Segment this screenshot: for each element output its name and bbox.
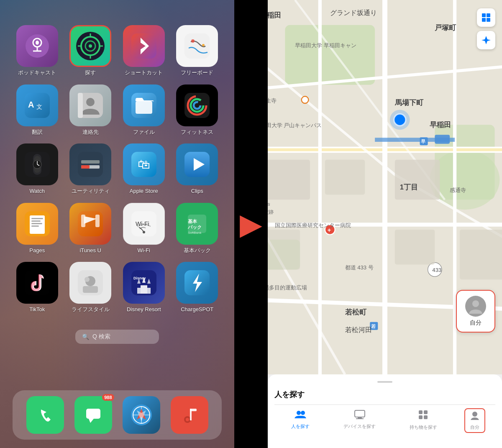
svg-rect-154 — [355, 410, 365, 417]
app-shortcuts[interactable]: ショートカット — [119, 25, 169, 76]
svg-text:馬場下町: 馬場下町 — [394, 99, 424, 107]
app-label-disney: Disney Resort — [127, 306, 161, 313]
search-bar[interactable]: 🔍 Q 検索 — [75, 330, 159, 344]
app-contacts[interactable]: 連絡先 — [66, 84, 115, 136]
svg-rect-157 — [419, 410, 423, 414]
svg-rect-146 — [482, 13, 486, 17]
svg-rect-116 — [268, 230, 300, 269]
svg-rect-25 — [136, 101, 152, 114]
svg-point-17 — [202, 44, 205, 46]
app-files[interactable]: ファイル — [119, 84, 169, 136]
svg-text:グランド坂通り: グランド坂通り — [330, 9, 377, 16]
app-grid: ポッドキャスト 探す — [13, 25, 222, 313]
messages-badge: 988 — [102, 394, 114, 401]
app-kihon[interactable]: 基本 パック SoftBank 基本パック — [173, 203, 222, 254]
map-type-button[interactable] — [477, 8, 495, 27]
svg-text:文: 文 — [36, 103, 42, 110]
tab-items-icon — [418, 410, 428, 422]
tab-items[interactable]: 持ち物を探す — [403, 408, 444, 433]
svg-rect-39 — [81, 165, 90, 169]
self-card[interactable]: 自分 — [456, 290, 495, 333]
tab-devices-label: デバイスを探す — [343, 423, 376, 430]
svg-point-8 — [89, 44, 92, 48]
dock-phone[interactable] — [26, 396, 64, 434]
app-chargespot[interactable]: ChargeSPOT — [173, 262, 222, 313]
app-watch[interactable]: Watch — [13, 143, 62, 195]
app-itunes[interactable]: iTunes U — [66, 203, 115, 254]
svg-rect-114 — [325, 160, 365, 195]
app-label-pages: Pages — [29, 247, 45, 254]
svg-text:🛍: 🛍 — [138, 157, 150, 171]
svg-rect-110 — [435, 135, 450, 143]
app-lifestyle[interactable]: ライフスタイル — [66, 262, 115, 313]
svg-rect-46 — [31, 218, 43, 219]
svg-rect-70 — [137, 288, 141, 294]
app-label-utility: ユーティリティ — [72, 188, 110, 195]
self-card-label: 自分 — [470, 319, 482, 327]
svg-rect-52 — [81, 215, 85, 227]
svg-text:433: 433 — [432, 267, 441, 273]
svg-point-0 — [26, 34, 49, 58]
app-freeform[interactable]: フリーボード — [173, 25, 222, 76]
svg-rect-147 — [487, 13, 490, 17]
app-label-itunes: iTunes U — [79, 247, 101, 254]
svg-rect-91 — [190, 409, 197, 411]
map-area[interactable]: 433 + 早 若 — [268, 0, 502, 374]
arrow-icon: ▶ — [240, 210, 262, 239]
iphone-home-screen: ポッドキャスト 探す — [0, 0, 234, 448]
svg-rect-79 — [86, 409, 100, 419]
svg-point-89 — [186, 418, 189, 421]
svg-rect-77 — [35, 404, 56, 425]
app-fitness[interactable]: フィットネス — [173, 84, 222, 136]
app-label-appstore: Apple Store — [130, 188, 158, 195]
svg-point-123 — [302, 96, 309, 103]
svg-rect-118 — [460, 230, 502, 279]
svg-text:E余慶堂跡: E余慶堂跡 — [268, 209, 274, 215]
svg-rect-71 — [147, 288, 151, 294]
search-text: Q 検索 — [92, 333, 110, 340]
tab-devices-icon — [354, 410, 365, 422]
dock-messages[interactable]: 988 — [74, 396, 112, 434]
svg-text:若松河田: 若松河田 — [345, 326, 372, 333]
svg-text:1丁目: 1丁目 — [400, 183, 418, 191]
dock-safari[interactable] — [123, 396, 160, 434]
svg-rect-87 — [179, 404, 200, 425]
dock-music[interactable] — [171, 396, 208, 434]
bottom-sheet: 人を探す 人を探す — [268, 374, 502, 448]
app-clips[interactable]: Clips — [173, 143, 222, 195]
app-find[interactable]: 探す — [66, 25, 115, 76]
svg-rect-58 — [188, 215, 206, 233]
map-controls — [477, 8, 495, 49]
tab-devices[interactable]: デバイスを探す — [337, 408, 382, 433]
svg-rect-37 — [81, 160, 100, 164]
find-my-screen: 433 + 早 若 — [268, 0, 502, 448]
sheet-title: 人を探す — [274, 389, 495, 399]
app-label-files: ファイル — [133, 129, 155, 136]
svg-point-120 — [390, 110, 410, 130]
app-utility[interactable]: ユーティリティ — [66, 143, 115, 195]
svg-rect-115 — [395, 160, 440, 200]
app-pages[interactable]: Pages — [13, 203, 62, 254]
app-translate[interactable]: A 文 翻訳 — [13, 84, 62, 136]
location-button[interactable] — [477, 31, 495, 49]
app-disney[interactable]: Disney Disney Resort — [119, 262, 169, 313]
svg-point-153 — [301, 411, 305, 415]
app-label-tiktok: TikTok — [29, 306, 45, 313]
svg-rect-113 — [268, 160, 310, 200]
app-tiktok[interactable]: TikTok — [13, 262, 62, 313]
svg-text:感通寺: 感通寺 — [450, 187, 466, 193]
app-wifi[interactable]: Wi-Fi Wi-Fi — [119, 203, 169, 254]
svg-point-22 — [86, 98, 95, 106]
svg-text:早: 早 — [421, 139, 426, 144]
app-label-watch: Watch — [30, 188, 45, 195]
app-label-wifi: Wi-Fi — [138, 247, 150, 254]
svg-text:徳川家戸: 徳川家戸 — [268, 202, 270, 208]
app-label-contacts: 連絡先 — [82, 129, 99, 136]
tab-self[interactable]: 自分 — [464, 408, 485, 433]
app-podcast[interactable]: ポッドキャスト — [13, 25, 62, 76]
sheet-handle — [377, 381, 392, 383]
arrow-container: ▶ — [234, 0, 268, 448]
tab-people[interactable]: 人を探す — [284, 408, 316, 433]
svg-rect-93 — [285, 25, 375, 85]
app-appstore[interactable]: 🛍 Apple Store — [119, 143, 169, 195]
